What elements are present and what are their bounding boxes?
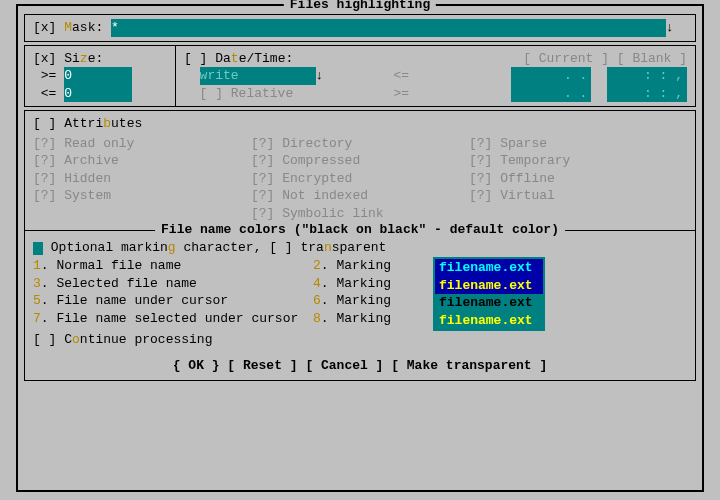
current-button[interactable]: [ Current ] bbox=[523, 51, 609, 66]
transparent-checkbox-label: sparent bbox=[332, 240, 387, 255]
make-transparent-button[interactable]: [ Make transparent ] bbox=[391, 358, 547, 373]
reset-button[interactable]: [ Reset ] bbox=[227, 358, 297, 373]
mark-4[interactable]: . Marking bbox=[321, 276, 391, 291]
mark-2[interactable]: . Marking bbox=[321, 258, 391, 273]
datetime-checkbox[interactable]: [ ] bbox=[184, 51, 207, 66]
preview-cursor: filename.ext bbox=[435, 294, 543, 312]
color-sel-cursor[interactable]: . File name selected under cursor bbox=[41, 311, 298, 326]
attributes-checkbox[interactable]: [ ] bbox=[33, 116, 56, 131]
mask-input[interactable]: * bbox=[111, 19, 666, 37]
relative-checkbox[interactable]: [ ] Relative bbox=[200, 86, 294, 101]
dt-ge-time[interactable]: : : , bbox=[607, 85, 687, 103]
mask-label: ask: bbox=[72, 20, 103, 35]
attr-offline[interactable]: [?] Offline bbox=[469, 170, 687, 188]
color-cursor[interactable]: . File name under cursor bbox=[41, 293, 228, 308]
dt-le-time[interactable]: : : , bbox=[607, 67, 687, 85]
attr-directory[interactable]: [?] Directory bbox=[251, 135, 469, 153]
blank-button[interactable]: [ Blank ] bbox=[617, 51, 687, 66]
datetime-type-input[interactable]: write bbox=[200, 67, 316, 85]
marking-char-swatch[interactable] bbox=[33, 242, 43, 255]
attr-encrypted[interactable]: [?] Encrypted bbox=[251, 170, 469, 188]
cancel-button[interactable]: [ Cancel ] bbox=[305, 358, 383, 373]
dt-ge-label: >= bbox=[393, 86, 409, 101]
mask-row: [x] Mask: *↓ bbox=[24, 14, 696, 42]
preview-normal: filename.ext bbox=[435, 259, 543, 277]
dt-le-date[interactable]: . . bbox=[511, 67, 591, 85]
attr-virtual[interactable]: [?] Virtual bbox=[469, 187, 687, 205]
datetime-label: e/Time: bbox=[239, 51, 294, 66]
mark-8[interactable]: . Marking bbox=[321, 311, 391, 326]
color-normal[interactable]: . Normal file name bbox=[41, 258, 181, 273]
mask-hotkey: M bbox=[64, 20, 72, 35]
size-label-1: Si bbox=[64, 51, 80, 66]
mask-dropdown-icon[interactable]: ↓ bbox=[666, 20, 674, 35]
attr-hidden[interactable]: [?] Hidden bbox=[33, 170, 251, 188]
preview-sel-cursor: filename.ext bbox=[435, 312, 543, 330]
size-le-input[interactable]: 0 bbox=[64, 85, 132, 103]
attr-readonly[interactable]: [?] Read only bbox=[33, 135, 251, 153]
color-preview: filename.ext filename.ext filename.ext f… bbox=[433, 257, 545, 331]
continue-checkbox[interactable]: ntinue processing bbox=[80, 332, 213, 347]
attr-system[interactable]: [?] System bbox=[33, 187, 251, 205]
size-ge-label: >= bbox=[41, 68, 57, 83]
size-label-2: e: bbox=[88, 51, 104, 66]
datetime-type-dropdown-icon[interactable]: ↓ bbox=[316, 68, 324, 83]
attributes-label: utes bbox=[111, 116, 142, 131]
size-checkbox[interactable]: [x] bbox=[33, 51, 56, 66]
ok-button[interactable]: { OK } bbox=[173, 358, 220, 373]
datetime-box: [ ] Date/Time: [ Current ] [ Blank ] wri… bbox=[175, 45, 696, 108]
size-le-label: <= bbox=[41, 86, 57, 101]
attr-sparse[interactable]: [?] Sparse bbox=[469, 135, 687, 153]
attr-temporary[interactable]: [?] Temporary bbox=[469, 152, 687, 170]
size-hotkey: z bbox=[80, 51, 88, 66]
size-ge-input[interactable]: 0 bbox=[64, 67, 132, 85]
attr-compressed[interactable]: [?] Compressed bbox=[251, 152, 469, 170]
preview-selected: filename.ext bbox=[435, 277, 543, 295]
dialog-title: Files highlighting bbox=[284, 0, 436, 14]
dt-ge-date[interactable]: . . bbox=[511, 85, 591, 103]
attr-symlink[interactable]: [?] Symbolic link bbox=[251, 205, 469, 223]
colors-section-title: File name colors ("black on black" - def… bbox=[155, 221, 565, 239]
attr-archive[interactable]: [?] Archive bbox=[33, 152, 251, 170]
size-box: [x] Size: >= 0 <= 0 bbox=[24, 45, 176, 108]
attr-notindexed[interactable]: [?] Not indexed bbox=[251, 187, 469, 205]
mask-checkbox[interactable]: [x] bbox=[33, 20, 56, 35]
dt-le-label: <= bbox=[393, 68, 409, 83]
color-selected[interactable]: . Selected file name bbox=[41, 276, 197, 291]
mark-6[interactable]: . Marking bbox=[321, 293, 391, 308]
